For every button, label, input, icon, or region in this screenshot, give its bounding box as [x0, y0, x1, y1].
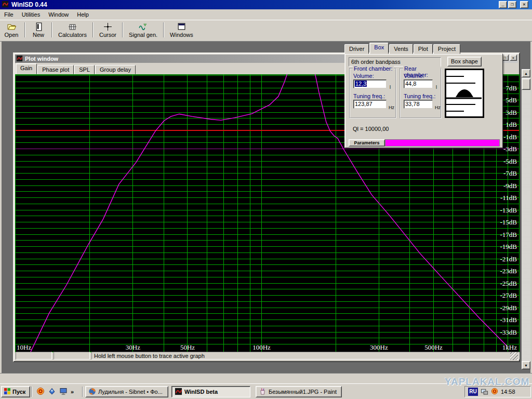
- y-axis-label: 3dB: [506, 109, 517, 116]
- tab-group-delay[interactable]: Group delay: [95, 65, 136, 74]
- rear-volume-input[interactable]: 44,8: [404, 79, 433, 88]
- toolbar-label: Signal gen.: [129, 32, 157, 38]
- y-axis-label: 1dB: [506, 121, 517, 128]
- quick-launch: »: [33, 386, 83, 397]
- scroll-up-icon[interactable]: ▲: [522, 69, 530, 77]
- tab-gain[interactable]: Gain: [16, 63, 37, 74]
- toolbar-button-cursor[interactable]: Cursor: [95, 20, 121, 39]
- x-axis-label: 300Hz: [370, 343, 388, 351]
- quick-launch-overflow-chevron[interactable]: »: [71, 389, 74, 395]
- y-axis-label: -19dB: [500, 243, 517, 250]
- front-volume-input[interactable]: 12,3: [353, 79, 387, 88]
- dialog-tab-box[interactable]: Box: [369, 43, 389, 54]
- x-axis-label: 500Hz: [424, 343, 443, 351]
- dialog-tab-vents[interactable]: Vents: [389, 44, 413, 54]
- dialog-tab-plot[interactable]: Plot: [414, 44, 433, 54]
- x-axis-label: 30Hz: [126, 343, 140, 351]
- y-axis-label: -33dB: [500, 328, 517, 336]
- front-chamber-legend: Front chamber:: [353, 65, 394, 72]
- vertical-scrollbar[interactable]: ▲ ▼: [522, 69, 530, 369]
- start-button[interactable]: Пуск: [1, 386, 30, 397]
- y-axis-label: -11dB: [500, 194, 517, 202]
- windows-icon: [177, 22, 186, 31]
- toolbar-button-new[interactable]: New: [27, 20, 50, 39]
- winisd-icon: [175, 388, 182, 396]
- box-shape-button[interactable]: Box shape: [447, 57, 482, 66]
- rear-tuning-label: Tuning freq.:: [404, 93, 435, 99]
- task-button-1[interactable]: Лудильня - Sibnet • Фо...: [85, 386, 168, 397]
- restore-button[interactable]: ❐: [508, 1, 516, 8]
- front-tuning-label: Tuning freq.:: [353, 93, 385, 99]
- status-panel-2: [54, 352, 90, 360]
- front-tuning-input[interactable]: 123,87: [353, 100, 387, 109]
- task-button-3[interactable]: Безымянный1.JPG - Paint: [256, 386, 342, 397]
- menu-bar: FileUtilitiesWindowHelp: [0, 9, 532, 20]
- scroll-down-icon[interactable]: ▼: [522, 361, 530, 369]
- open-folder-icon: [7, 22, 16, 31]
- toolbar-button-windows[interactable]: Windows: [166, 20, 197, 39]
- firefox-icon: [88, 388, 96, 396]
- tray-computer-icon[interactable]: [481, 388, 488, 396]
- toolbar-separator: [51, 22, 52, 37]
- display-icon[interactable]: [59, 387, 68, 396]
- dialog-tab-project[interactable]: Project: [433, 44, 460, 54]
- menu-item-window[interactable]: Window: [44, 10, 73, 19]
- rear-volume-unit: l: [436, 85, 437, 90]
- clock: 14:58: [501, 389, 515, 395]
- y-axis-label: -7dB: [503, 169, 517, 177]
- opera-icon[interactable]: [36, 387, 45, 396]
- parameters-color-bar: [385, 139, 500, 147]
- minimize-button[interactable]: _: [499, 1, 507, 8]
- front-volume-unit: l: [390, 85, 391, 90]
- menu-item-help[interactable]: Help: [73, 10, 93, 19]
- toolbar-button-open[interactable]: Open: [0, 20, 23, 39]
- menu-item-utilities[interactable]: Utilities: [18, 10, 44, 19]
- x-axis-label: 100Hz: [252, 343, 271, 351]
- y-axis-label: -3dB: [503, 145, 517, 153]
- y-axis-label: -23dB: [500, 267, 517, 275]
- app-titlebar: WinISD 0.44: [0, 0, 532, 9]
- scrollbar-thumb[interactable]: [522, 78, 530, 90]
- plot-close-button[interactable]: ✕: [510, 55, 517, 61]
- dialog-tab-driver[interactable]: Driver: [344, 44, 369, 54]
- task-button-2[interactable]: WinISD beta: [171, 386, 250, 397]
- tray-opera-icon[interactable]: [491, 388, 498, 396]
- resize-grip[interactable]: [510, 352, 518, 360]
- status-message: Hold left mouse button to trace active g…: [91, 352, 520, 360]
- status-panel-1: [16, 352, 52, 360]
- y-axis-label: 7dB: [506, 84, 517, 92]
- dialog-body: 6th order bandpass Box shape Front chamb…: [344, 54, 503, 148]
- ql-value: Ql = 10000,00: [353, 126, 389, 132]
- y-axis-label: -9dB: [503, 182, 517, 190]
- toolbar-separator: [122, 22, 123, 37]
- y-axis-label: -27dB: [500, 291, 517, 299]
- toolbar-button-signalgen[interactable]: Signal gen.: [125, 20, 162, 39]
- menu-item-file[interactable]: File: [0, 10, 18, 19]
- rear-tuning-input[interactable]: 33,78: [404, 100, 433, 109]
- rear-volume-label: Volume:: [404, 73, 424, 79]
- close-button[interactable]: ✕: [520, 1, 528, 8]
- toolbar-label: Calculators: [58, 32, 87, 38]
- language-indicator[interactable]: RU: [468, 388, 478, 396]
- task-label: Лудильня - Sibnet • Фо...: [98, 389, 163, 395]
- bandpass-box-diagram: [446, 70, 483, 116]
- calculator-icon: [68, 22, 77, 31]
- plot-window-icon: [16, 55, 23, 63]
- parameters-tab[interactable]: Parameters: [349, 139, 385, 147]
- dialog-tabs: DriverBoxVentsPlotProject: [344, 43, 461, 54]
- taskbar-divider: [31, 387, 32, 397]
- tab-spl[interactable]: SPL: [74, 65, 95, 74]
- tab-phase-plot[interactable]: Phase plot: [37, 65, 74, 74]
- taskbar-divider: [82, 387, 83, 397]
- watermark: YAPLAKAL.COM: [445, 376, 529, 388]
- toolbar-button-calculators[interactable]: Calculators: [54, 20, 91, 39]
- x-axis-label: 1kHz: [502, 343, 517, 351]
- toolbar-separator: [163, 22, 164, 37]
- front-tuning-unit: Hz: [389, 105, 394, 110]
- messenger-icon[interactable]: [48, 387, 56, 396]
- cursor-crosshair-icon: [103, 22, 112, 31]
- front-volume-label: Volume:: [353, 73, 374, 79]
- mdi-area: Plot window ❐ ✕ GainPhase plotSPLGroup d…: [2, 42, 530, 373]
- signal-wave-icon: [139, 22, 148, 31]
- rear-tuning-unit: Hz: [435, 105, 441, 110]
